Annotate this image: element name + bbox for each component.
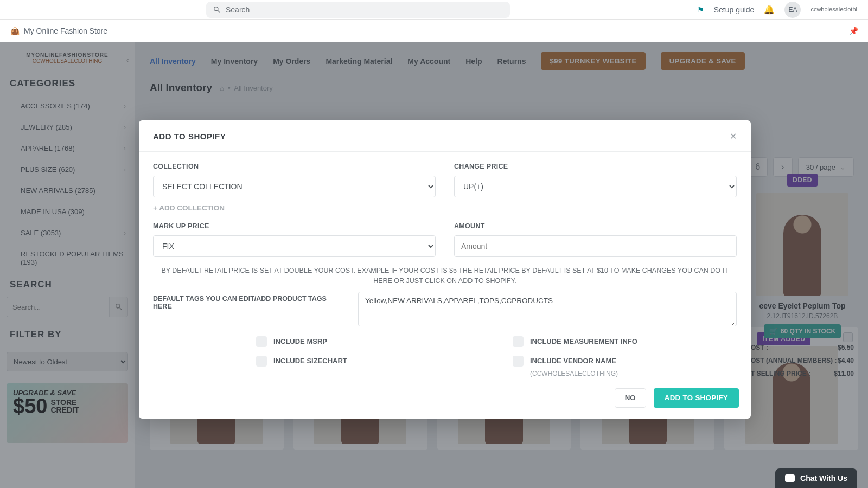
amount-input[interactable] [454,235,737,257]
app-titlebar: 👜 My Online Fashion Store 📌 [0,20,868,42]
modal-title: ADD TO SHOPIFY [153,132,226,141]
app-title: My Online Fashion Store [24,27,107,35]
add-to-shopify-button[interactable]: ADD TO SHOPIFY [654,388,739,408]
add-to-shopify-modal: ADD TO SHOPIFY ✕ COLLECTION SELECT COLLE… [139,120,751,419]
include-vendor-checkbox[interactable]: INCLUDE VENDOR NAME [513,356,737,367]
chat-icon [785,474,795,482]
change-price-select[interactable]: UP(+) [454,176,737,197]
topbar-right: ⚑ Setup guide 🔔 EA ccwholesaleclothi [697,2,857,18]
pin-icon[interactable]: 📌 [849,27,858,35]
markup-select[interactable]: FIX [153,235,436,257]
add-collection-link[interactable]: + ADD COLLECTION [153,204,225,212]
markup-label: MARK UP PRICE [153,222,436,230]
amount-label: AMOUNT [454,222,737,230]
bell-icon[interactable]: 🔔 [764,4,775,15]
avatar[interactable]: EA [784,2,801,18]
close-icon[interactable]: ✕ [730,131,737,142]
no-button[interactable]: NO [615,388,646,408]
user-info: ccwholesaleclothi [810,6,857,13]
collection-label: COLLECTION [153,163,436,170]
chat-widget[interactable]: Chat With Us [775,468,857,488]
vendor-sub: (CCWHOLESALECLOTHING) [530,370,737,377]
setup-flag-icon: ⚑ [697,5,704,14]
user-store: ccwholesaleclothi [810,6,857,13]
collection-select[interactable]: SELECT COLLECTION [153,176,436,197]
include-sizechart-checkbox[interactable]: INCLUDE SIZECHART [256,356,480,367]
setup-guide-link[interactable]: Setup guide [714,5,755,14]
global-search-placeholder: Search [226,5,250,14]
include-msrp-checkbox[interactable]: INCLUDE MSRP [256,336,480,347]
shopify-topbar: Search ⚑ Setup guide 🔔 EA ccwholesaleclo… [0,0,868,20]
app-icon: 👜 [10,26,20,36]
pricing-note: BY DEFAULT RETAIL PRICE IS SET AT DOUBLE… [158,266,731,286]
include-measurement-checkbox[interactable]: INCLUDE MEASUREMENT INFO [513,336,737,347]
global-search[interactable]: Search [206,2,510,18]
search-icon [213,5,221,14]
tags-label: DEFAULT TAGS YOU CAN EDIT/ADD PRODUCT TA… [153,292,343,326]
tags-textarea[interactable] [358,292,737,326]
change-price-label: CHANGE PRICE [454,163,737,170]
